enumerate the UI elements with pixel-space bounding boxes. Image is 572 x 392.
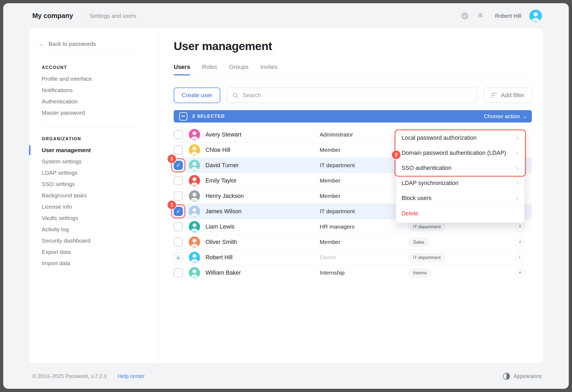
footer-left: © 2014–2025 Passwork, v.7.2.3 Help cente… — [32, 373, 145, 379]
selection-bar: 2 SELECTED Choose action ⌄ — [174, 110, 532, 122]
sidebar-item-label: Profile and interface — [42, 76, 92, 82]
chevron-right-icon: › — [516, 195, 518, 201]
avatar — [189, 144, 200, 156]
user-name: Liam Lewis — [205, 223, 320, 230]
sidebar-item-background-tasks[interactable]: Background tasks — [29, 190, 159, 201]
user-role: Member — [320, 239, 409, 245]
avatar-cell — [189, 160, 205, 171]
sidebar-item-activity-log[interactable]: Activity log — [29, 224, 159, 235]
row-checkbox[interactable] — [174, 176, 183, 185]
menu-item-delete[interactable]: Delete — [396, 206, 524, 221]
add-filter-button[interactable]: Add filter — [484, 88, 532, 103]
table-row[interactable]: Robert HillOwnerIT departmentL — [174, 250, 532, 265]
search-box[interactable] — [227, 88, 477, 103]
menu-item-label: LDAP synchronization — [402, 180, 458, 187]
settings-card: ← Back to passwords ACCOUNTProfile and i… — [29, 28, 543, 363]
checkbox-wrap — [174, 222, 183, 231]
sidebar-item-label: Import data — [42, 260, 70, 267]
appearance-toggle[interactable]: Appearance — [503, 373, 542, 380]
table-row[interactable]: William BakerInternshipInternsA — [174, 265, 532, 280]
row-checkbox[interactable] — [174, 222, 183, 231]
select-all-checkbox[interactable] — [179, 112, 187, 121]
avatar — [189, 267, 200, 278]
avatar — [189, 206, 200, 217]
bell-icon[interactable] — [477, 12, 484, 20]
group-tag: Sales — [409, 238, 429, 247]
auth-type-badge: A — [515, 237, 525, 247]
tab-users[interactable]: Users — [174, 64, 190, 75]
sidebar-item-profile-and-interface[interactable]: Profile and interface — [29, 73, 159, 85]
sidebar-section-title: ORGANIZATION — [29, 136, 159, 141]
menu-item-label: Domain password authentication (LDAP) — [402, 150, 506, 156]
row-checkbox[interactable] — [174, 191, 183, 201]
sidebar-item-label: System settings — [42, 158, 82, 165]
annotation-badge-1: 1 — [167, 154, 177, 164]
user-role: Member — [320, 193, 409, 199]
row-checkbox-cell — [174, 145, 189, 155]
sidebar-item-import-data[interactable]: Import data — [29, 258, 159, 269]
current-user-name[interactable]: Robert Hill — [495, 13, 521, 19]
checkbox-wrap: ✓1 — [174, 161, 183, 170]
row-checkbox[interactable] — [174, 268, 183, 277]
checkbox-wrap — [174, 145, 183, 155]
create-user-button[interactable]: Create user — [174, 88, 220, 103]
appearance-icon — [503, 373, 510, 380]
avatar — [189, 221, 200, 232]
tab-invites[interactable]: Invites — [260, 64, 278, 75]
sidebar-item-security-dashboard[interactable]: Security dashboard — [29, 235, 159, 246]
sidebar-item-master-password[interactable]: Master password — [29, 107, 159, 118]
user-name: James Wilson — [205, 208, 320, 215]
tab-groups[interactable]: Groups — [229, 64, 248, 75]
annotation-badge-2: 2 — [391, 150, 401, 160]
menu-item-ldap-synchronization[interactable]: LDAP synchronization› — [396, 176, 524, 191]
menu-item-domain-password-authentication-ldap[interactable]: Domain password authentication (LDAP)› — [396, 145, 524, 160]
choose-action-label: Choose action — [484, 113, 520, 120]
status-check-icon[interactable] — [461, 12, 469, 20]
sidebar-section-title: ACCOUNT — [29, 65, 159, 70]
sidebar-item-label: Authentication — [42, 98, 78, 105]
sidebar-item-label: SSO settings — [42, 181, 75, 187]
sidebar-item-export-data[interactable]: Export data — [29, 246, 159, 258]
sidebar-item-ldap-settings[interactable]: LDAP settings — [29, 167, 159, 178]
checkbox-wrap — [174, 253, 183, 262]
sidebar-item-label: Master password — [42, 110, 85, 116]
user-name: Robert Hill — [205, 254, 320, 261]
arrow-left-icon: ← — [38, 41, 45, 47]
choose-action-button[interactable]: Choose action ⌄ — [484, 113, 526, 120]
row-checkbox-cell — [174, 176, 189, 185]
menu-item-local-password-authorization[interactable]: Local password authorization› — [396, 130, 524, 145]
sidebar-item-sso-settings[interactable]: SSO settings — [29, 178, 159, 190]
help-center-link[interactable]: Help center — [118, 373, 145, 379]
search-icon — [232, 92, 239, 99]
sidebar-item-notifications[interactable]: Notifications — [29, 85, 159, 96]
lock-icon — [174, 253, 183, 262]
sidebar-item-label: Background tasks — [42, 192, 87, 199]
menu-item-sso-authentication[interactable]: SSO authentication› — [396, 160, 524, 176]
search-input[interactable] — [242, 92, 472, 99]
user-role: IT department — [320, 162, 409, 169]
tab-roles[interactable]: Roles — [202, 64, 217, 75]
sidebar-item-license-info[interactable]: License info — [29, 201, 159, 212]
avatar — [189, 252, 200, 263]
sidebar-item-user-management[interactable]: User management — [29, 145, 159, 156]
annotation-badge-1: 1 — [167, 200, 177, 210]
sidebar-item-authentication[interactable]: Authentication — [29, 96, 159, 107]
row-checkbox[interactable] — [174, 237, 183, 247]
user-avatar[interactable] — [529, 10, 542, 22]
row-checkbox[interactable] — [174, 145, 183, 155]
avatar-cell — [189, 252, 205, 263]
sidebar-divider — [42, 56, 140, 56]
user-role: Member — [320, 177, 409, 184]
auth-type-badge: A — [515, 222, 525, 232]
menu-item-block-users[interactable]: Block users› — [396, 191, 524, 206]
row-checkbox[interactable] — [174, 130, 183, 139]
sidebar-item-system-settings[interactable]: System settings — [29, 156, 159, 167]
appearance-label: Appearance — [514, 373, 542, 379]
back-to-passwords-link[interactable]: ← Back to passwords — [29, 41, 159, 47]
row-checkbox-cell — [174, 130, 189, 139]
user-role: IT department — [320, 208, 409, 215]
table-row[interactable]: Oliver SmithMemberSalesA — [174, 234, 532, 250]
menu-item-label: Local password authorization — [402, 135, 476, 141]
chevron-right-icon: › — [516, 150, 518, 156]
sidebar-item-vaults-settings[interactable]: Vaults settings — [29, 212, 159, 224]
